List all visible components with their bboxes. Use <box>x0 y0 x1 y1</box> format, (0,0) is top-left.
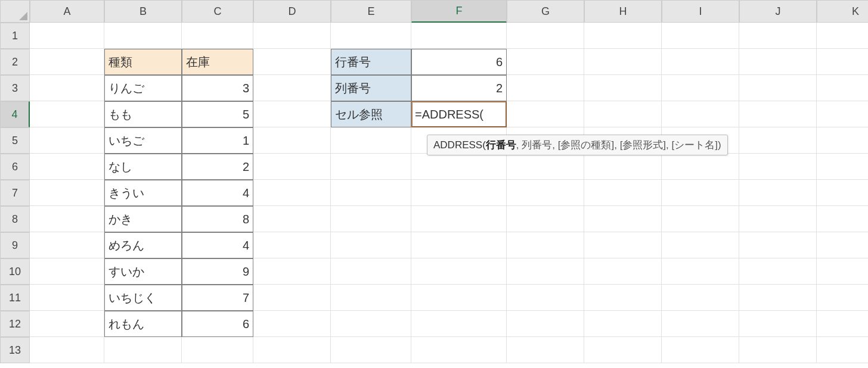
column-header-E[interactable]: E <box>331 0 411 23</box>
cell-A4[interactable] <box>30 101 104 127</box>
formula-cell[interactable]: =ADDRESS( <box>411 101 507 127</box>
table1-name-7[interactable]: すいか <box>104 258 182 285</box>
cell-F7[interactable] <box>411 180 507 206</box>
cell-B13[interactable] <box>104 337 182 363</box>
cell-K5[interactable] <box>817 127 868 154</box>
cell-J13[interactable] <box>739 337 817 363</box>
cell-D1[interactable] <box>253 23 331 49</box>
cell-F10[interactable] <box>411 258 507 285</box>
cell-G3[interactable] <box>507 75 584 101</box>
cell-D13[interactable] <box>253 337 331 363</box>
row-header-3[interactable]: 3 <box>0 75 30 101</box>
table1-stock-1[interactable]: 5 <box>182 101 253 127</box>
cell-I12[interactable] <box>662 311 739 337</box>
cell-E8[interactable] <box>331 206 411 232</box>
cell-E5[interactable] <box>331 127 411 154</box>
cell-K4[interactable] <box>817 101 868 127</box>
cell-D8[interactable] <box>253 206 331 232</box>
cell-E9[interactable] <box>331 232 411 258</box>
cell-D12[interactable] <box>253 311 331 337</box>
cell-G2[interactable] <box>507 49 584 75</box>
cell-K13[interactable] <box>817 337 868 363</box>
cell-K12[interactable] <box>817 311 868 337</box>
column-header-D[interactable]: D <box>253 0 331 23</box>
cell-A11[interactable] <box>30 285 104 311</box>
cell-I10[interactable] <box>662 258 739 285</box>
cell-I11[interactable] <box>662 285 739 311</box>
cell-G6[interactable] <box>507 154 584 180</box>
cell-J6[interactable] <box>739 154 817 180</box>
cell-D4[interactable] <box>253 101 331 127</box>
cell-I1[interactable] <box>662 23 739 49</box>
table1-stock-6[interactable]: 4 <box>182 232 253 258</box>
cell-H12[interactable] <box>584 311 662 337</box>
cell-I4[interactable] <box>662 101 739 127</box>
cell-J7[interactable] <box>739 180 817 206</box>
cell-D6[interactable] <box>253 154 331 180</box>
cell-I13[interactable] <box>662 337 739 363</box>
cell-K11[interactable] <box>817 285 868 311</box>
table1-stock-3[interactable]: 2 <box>182 154 253 180</box>
cell-F13[interactable] <box>411 337 507 363</box>
cell-E12[interactable] <box>331 311 411 337</box>
column-header-H[interactable]: H <box>584 0 662 23</box>
cell-J11[interactable] <box>739 285 817 311</box>
table1-stock-5[interactable]: 8 <box>182 206 253 232</box>
cell-K8[interactable] <box>817 206 868 232</box>
cell-D3[interactable] <box>253 75 331 101</box>
cell-K6[interactable] <box>817 154 868 180</box>
table1-name-9[interactable]: れもん <box>104 311 182 337</box>
cell-J2[interactable] <box>739 49 817 75</box>
row-header-1[interactable]: 1 <box>0 23 30 49</box>
cell-D2[interactable] <box>253 49 331 75</box>
column-header-K[interactable]: K <box>817 0 868 23</box>
cell-G13[interactable] <box>507 337 584 363</box>
cell-G12[interactable] <box>507 311 584 337</box>
cell-H2[interactable] <box>584 49 662 75</box>
cell-J3[interactable] <box>739 75 817 101</box>
cell-H6[interactable] <box>584 154 662 180</box>
cell-K10[interactable] <box>817 258 868 285</box>
cell-H9[interactable] <box>584 232 662 258</box>
col-value[interactable]: 2 <box>411 75 507 101</box>
cell-H10[interactable] <box>584 258 662 285</box>
cell-D5[interactable] <box>253 127 331 154</box>
cell-A3[interactable] <box>30 75 104 101</box>
cell-H7[interactable] <box>584 180 662 206</box>
cell-A12[interactable] <box>30 311 104 337</box>
cell-J4[interactable] <box>739 101 817 127</box>
row-header-7[interactable]: 7 <box>0 180 30 206</box>
cell-A1[interactable] <box>30 23 104 49</box>
cell-A5[interactable] <box>30 127 104 154</box>
cell-I2[interactable] <box>662 49 739 75</box>
column-header-C[interactable]: C <box>182 0 253 23</box>
cell-I6[interactable] <box>662 154 739 180</box>
cell-D7[interactable] <box>253 180 331 206</box>
cell-I8[interactable] <box>662 206 739 232</box>
column-header-I[interactable]: I <box>662 0 739 23</box>
cell-K3[interactable] <box>817 75 868 101</box>
column-header-F[interactable]: F <box>411 0 507 23</box>
cell-E11[interactable] <box>331 285 411 311</box>
cell-G7[interactable] <box>507 180 584 206</box>
table1-name-0[interactable]: りんご <box>104 75 182 101</box>
row-header-2[interactable]: 2 <box>0 49 30 75</box>
table1-name-8[interactable]: いちじく <box>104 285 182 311</box>
cell-J1[interactable] <box>739 23 817 49</box>
row-header-13[interactable]: 13 <box>0 337 30 363</box>
cell-K9[interactable] <box>817 232 868 258</box>
cell-A7[interactable] <box>30 180 104 206</box>
table1-name-5[interactable]: かき <box>104 206 182 232</box>
cell-A10[interactable] <box>30 258 104 285</box>
cell-J10[interactable] <box>739 258 817 285</box>
cell-E13[interactable] <box>331 337 411 363</box>
cell-K2[interactable] <box>817 49 868 75</box>
cell-F9[interactable] <box>411 232 507 258</box>
select-all-corner[interactable] <box>0 0 30 23</box>
table1-name-4[interactable]: きうい <box>104 180 182 206</box>
column-header-A[interactable]: A <box>30 0 104 23</box>
cell-G8[interactable] <box>507 206 584 232</box>
cell-G4[interactable] <box>507 101 584 127</box>
cell-C13[interactable] <box>182 337 253 363</box>
row-value[interactable]: 6 <box>411 49 507 75</box>
